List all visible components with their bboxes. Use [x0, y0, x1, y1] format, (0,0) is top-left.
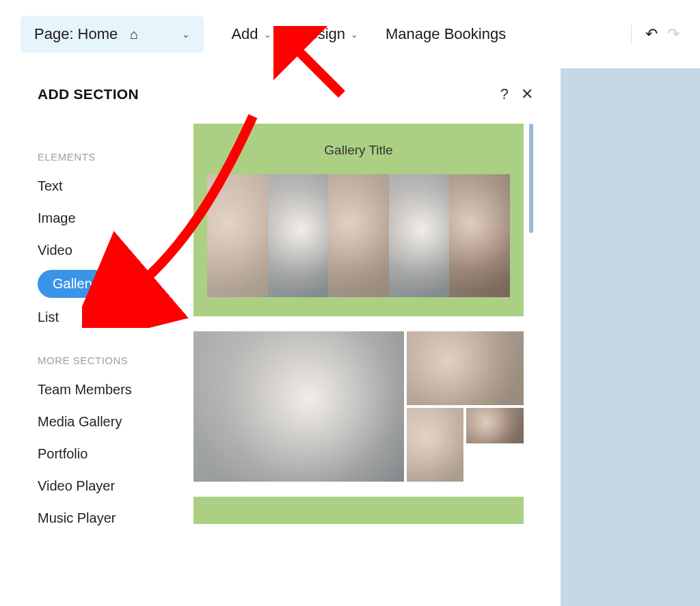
panel-header: ADD SECTION ? ✕ [38, 85, 533, 103]
category-label-more: MORE SECTIONS [38, 355, 174, 366]
chevron-down-icon: ⌄ [264, 29, 271, 40]
panel-title: ADD SECTION [38, 86, 139, 102]
design-menu-label: Design [299, 25, 345, 43]
chevron-down-icon: ⌄ [182, 29, 190, 40]
gallery-template-1[interactable]: Gallery Title [193, 124, 524, 316]
add-section-panel: ADD SECTION ? ✕ ELEMENTS Text Image Vide… [0, 68, 561, 606]
top-toolbar: Page: Home ⌂ ⌄ Add ⌄ Design ⌄ Manage Boo… [0, 0, 700, 68]
design-menu[interactable]: Design ⌄ [299, 25, 358, 43]
sidebar-item-video-player[interactable]: Video Player [38, 473, 174, 499]
manage-bookings-label: Manage Bookings [386, 25, 506, 43]
close-icon[interactable]: ✕ [521, 85, 533, 103]
history-controls: ↶ ↷ [627, 25, 679, 44]
gallery-image [407, 408, 464, 482]
sidebar-item-media-gallery[interactable]: Media Gallery [38, 409, 174, 435]
scrollbar-track[interactable] [529, 124, 533, 606]
add-menu[interactable]: Add ⌄ [231, 25, 271, 43]
gallery-image [193, 331, 404, 482]
manage-bookings-button[interactable]: Manage Bookings [386, 25, 506, 43]
gallery-image [328, 174, 389, 297]
gallery-template-2[interactable] [193, 331, 524, 482]
gallery-template-3[interactable] [193, 497, 524, 524]
canvas-background [561, 68, 700, 606]
redo-button[interactable]: ↷ [667, 25, 679, 43]
main-area: ADD SECTION ? ✕ ELEMENTS Text Image Vide… [0, 68, 700, 606]
template-scroll[interactable]: Gallery Title [193, 124, 533, 606]
element-list: ELEMENTS Text Image Video Gallery List M… [38, 124, 174, 606]
gallery-image [407, 331, 524, 405]
sidebar-item-image[interactable]: Image [38, 206, 174, 231]
help-icon[interactable]: ? [500, 85, 509, 103]
sidebar-item-gallery[interactable]: Gallery [38, 270, 111, 298]
gallery-image [389, 174, 450, 297]
page-selector-label: Page: Home [34, 25, 118, 43]
gallery-image [466, 408, 524, 443]
sidebar-item-list[interactable]: List [38, 305, 174, 330]
gallery-image [268, 174, 329, 297]
sidebar-item-music-player[interactable]: Music Player [38, 506, 174, 531]
gallery-image [207, 174, 268, 297]
toolbar-divider [631, 25, 632, 44]
template-preview-column: Gallery Title [193, 124, 533, 606]
gallery-image [449, 174, 510, 297]
sidebar-item-portfolio[interactable]: Portfolio [38, 441, 174, 467]
gallery-image-strip [207, 174, 510, 297]
undo-button[interactable]: ↶ [645, 25, 658, 43]
category-label-elements: ELEMENTS [38, 151, 174, 163]
page-selector[interactable]: Page: Home ⌂ ⌄ [21, 16, 204, 53]
sidebar-item-team-members[interactable]: Team Members [38, 377, 174, 402]
scrollbar-thumb[interactable] [529, 124, 533, 233]
chevron-down-icon: ⌄ [351, 29, 358, 40]
sidebar-item-text[interactable]: Text [38, 174, 174, 199]
add-menu-label: Add [231, 25, 258, 43]
gallery-template-title: Gallery Title [207, 143, 510, 158]
sidebar-item-video[interactable]: Video [38, 238, 174, 263]
home-icon: ⌂ [130, 27, 138, 42]
